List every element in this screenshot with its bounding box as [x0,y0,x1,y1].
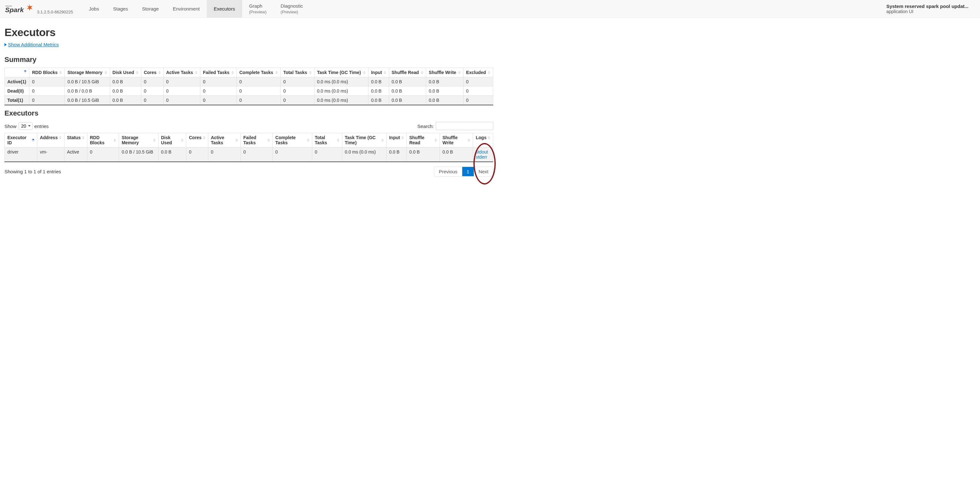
sort-icon [24,70,27,73]
summary-cell: 0 [163,96,200,105]
sort-icon [136,71,138,74]
col-label: Shuffle Write [429,70,456,75]
col-label: Logs [476,135,486,140]
exec-col-header[interactable]: Task Time (GC Time) [342,133,386,148]
col-label: Cores [144,70,157,75]
summary-cell: 0 [141,77,163,86]
sort-icon [203,136,205,140]
nav-tab-graph[interactable]: Graph(Preview) [242,0,274,18]
exec-cell: 0 [208,148,240,162]
summary-col-header[interactable]: Complete Tasks [237,68,281,77]
stderr-link[interactable]: stderr [476,154,490,159]
col-label: Input [371,70,382,75]
summary-cell: 0.0 B [389,77,426,86]
exec-cell: 0 [240,148,272,162]
exec-col-header[interactable]: Status [64,133,87,148]
nav-tab-stages[interactable]: Stages [106,0,135,18]
sort-icon [309,71,312,74]
summary-col-header[interactable]: Excluded [463,68,493,77]
nav-tab-storage[interactable]: Storage [135,0,166,18]
nav-tab-label: Graph [249,3,267,9]
summary-cell: 0 [200,96,237,105]
summary-cell: 0.0 B [426,77,463,86]
exec-col-header[interactable]: Active Tasks [208,133,240,148]
summary-table: RDD BlocksStorage MemoryDisk UsedCoresAc… [5,68,493,105]
summary-col-header[interactable] [5,68,29,77]
summary-cell: 0.0 B [110,96,141,105]
page-1-button[interactable]: 1 [462,167,474,176]
summary-cell: 0.0 B [369,77,389,86]
exec-col-header[interactable]: Complete Tasks [273,133,312,148]
nav-tab-executors[interactable]: Executors [207,0,242,18]
summary-cell: 0.0 B [389,96,426,105]
summary-cell: 0.0 B [110,86,141,96]
nav-tab-environment[interactable]: Environment [166,0,207,18]
stdout-link[interactable]: stdout [476,150,490,154]
summary-cell: 0 [280,96,314,105]
brand[interactable]: APACHE Spark 3.1.2.5.0-66290225 [3,3,76,15]
exec-cell: 0.0 ms (0.0 ms) [342,148,386,162]
nav-tab-label: Environment [173,6,200,12]
summary-col-header[interactable]: Cores [141,68,163,77]
navbar: APACHE Spark 3.1.2.5.0-66290225 JobsStag… [0,0,980,18]
col-label: Shuffle Read [409,135,433,145]
summary-col-header[interactable]: Failed Tasks [200,68,237,77]
summary-col-header[interactable]: Task Time (GC Time) [314,68,369,77]
nav-tab-label: Jobs [89,6,99,12]
summary-col-header[interactable]: Disk Used [110,68,141,77]
nav-tab-diagnostic[interactable]: Diagnostic(Preview) [274,0,310,18]
exec-cell: 0 [312,148,342,162]
prev-button[interactable]: Previous [434,167,461,176]
spark-logo-icon: APACHE Spark [5,3,34,15]
exec-col-header[interactable]: Address [37,133,64,148]
col-label: Active Tasks [166,70,193,75]
sort-icon [363,71,366,74]
exec-col-header[interactable]: Logs [473,133,493,148]
col-label: Failed Tasks [243,135,266,145]
search-input[interactable] [436,122,493,130]
col-label: Address [40,135,58,140]
exec-col-header[interactable]: Shuffle Write [440,133,473,148]
exec-cell: Active [64,148,87,162]
show-entries-control: Show 20 entries [5,122,49,130]
next-button[interactable]: Next [474,167,493,176]
sort-icon [231,71,234,74]
exec-col-header[interactable]: Executor ID [5,133,37,148]
col-label: Failed Tasks [203,70,229,75]
summary-cell: 0 [463,86,493,96]
summary-heading: Summary [5,56,493,64]
nav-tab-jobs[interactable]: Jobs [82,0,106,18]
summary-col-header[interactable]: Total Tasks [280,68,314,77]
sort-icon [307,139,309,142]
sort-icon [153,139,156,142]
exec-col-header[interactable]: RDD Blocks [87,133,119,148]
col-label: Status [67,135,81,140]
exec-col-header[interactable]: Storage Memory [119,133,158,148]
exec-col-header[interactable]: Failed Tasks [240,133,272,148]
col-label: RDD Blocks [90,135,113,145]
summary-cell: 0 [200,77,237,86]
exec-col-header[interactable]: Cores [186,133,208,148]
summary-col-header[interactable]: Storage Memory [65,68,110,77]
app-info: System reserved spark pool updat... appl… [882,2,977,15]
exec-col-header[interactable]: Shuffle Read [406,133,440,148]
summary-col-header[interactable]: Active Tasks [163,68,200,77]
nav-tabs: JobsStagesStorageEnvironmentExecutorsGra… [82,0,310,18]
col-label: Storage Memory [67,70,102,75]
exec-col-header[interactable]: Input [386,133,406,148]
summary-cell: 0 [163,86,200,96]
exec-col-header[interactable]: Total Tasks [312,133,342,148]
summary-col-header[interactable]: Shuffle Write [426,68,463,77]
exec-col-header[interactable]: Disk Used [158,133,186,148]
summary-col-header[interactable]: Shuffle Read [389,68,426,77]
summary-row-label: Total(1) [5,96,29,105]
entries-info: Showing 1 to 1 of 1 entries [5,169,61,174]
page-size-select[interactable]: 20 [19,122,33,130]
sort-icon [384,71,386,74]
summary-col-header[interactable]: RDD Blocks [29,68,65,77]
show-additional-metrics-link[interactable]: Show Additional Metrics [5,42,59,47]
summary-cell: 0.0 ms (0.0 ms) [314,77,369,86]
sort-icon [267,139,270,142]
summary-col-header[interactable]: Input [369,68,389,77]
search-label: Search: [417,124,434,129]
